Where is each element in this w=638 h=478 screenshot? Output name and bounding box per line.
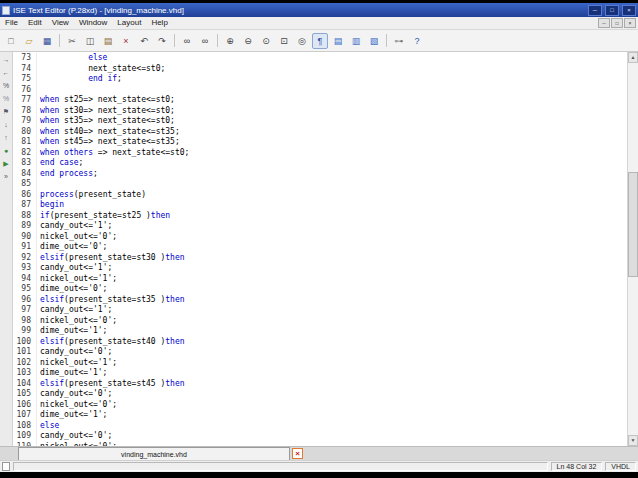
mdi-restore-button[interactable]: □ [611, 18, 623, 28]
find-button[interactable]: ∞ [179, 33, 195, 49]
line-number: 86 [13, 190, 37, 201]
goto-line-icon[interactable]: » [1, 172, 12, 182]
code-text[interactable]: dime_out<='1'; [37, 368, 107, 379]
delete-button[interactable]: × [118, 33, 134, 49]
preferences-button[interactable]: ⊶ [391, 33, 407, 49]
outdent-icon[interactable]: ← [1, 68, 12, 78]
next-bookmark-icon[interactable]: ↓ [1, 120, 12, 130]
code-text[interactable]: when others => next_state<=st0; [37, 148, 189, 159]
zoom-out-button[interactable]: ⊖ [240, 33, 256, 49]
copy-button[interactable]: ◫ [82, 33, 98, 49]
code-text[interactable]: else [37, 421, 59, 432]
code-line: 97candy_out<='1'; [13, 305, 627, 316]
save-file-button[interactable]: ▦ [39, 33, 55, 49]
code-text[interactable]: candy_out<='1'; [37, 263, 112, 274]
scrollbar-thumb[interactable] [628, 172, 638, 277]
code-text[interactable]: elsif(present_state=st45 )then [37, 379, 185, 390]
code-text[interactable]: end if; [37, 74, 122, 85]
code-text[interactable]: nickel_out<='1'; [37, 274, 117, 285]
code-text[interactable]: candy_out<='0'; [37, 389, 112, 400]
close-button[interactable]: × [622, 5, 636, 16]
comment-icon[interactable]: % [1, 81, 12, 91]
menu-help[interactable]: Help [146, 17, 172, 29]
code-text[interactable]: process(present_state) [37, 190, 146, 201]
code-text[interactable]: candy_out<='1'; [37, 221, 112, 232]
scroll-down-icon[interactable]: ▼ [628, 435, 638, 446]
code-line: 96elsif(present_state=st35 )then [13, 295, 627, 306]
code-text[interactable]: begin [37, 200, 64, 211]
code-text[interactable]: when st30=> next_state<=st0; [37, 106, 175, 117]
indent-icon[interactable]: → [1, 55, 12, 65]
code-text[interactable]: candy_out<='0'; [37, 431, 112, 442]
code-text[interactable]: nickel_out<='0'; [37, 400, 117, 411]
previous-bookmark-icon[interactable]: ↑ [1, 133, 12, 143]
code-text[interactable]: else [37, 53, 107, 64]
code-text[interactable]: nickel_out<='0'; [37, 316, 117, 327]
code-text[interactable]: when st25=> next_state<=st0; [37, 95, 175, 106]
code-text[interactable]: if(present_state=st25 )then [37, 211, 170, 222]
vertical-scrollbar[interactable]: ▲ ▼ [627, 52, 638, 446]
cut-button[interactable]: ✂ [64, 33, 80, 49]
help-button[interactable]: ? [409, 33, 425, 49]
record-macro-icon[interactable]: ● [1, 146, 12, 156]
tile-vertical-button[interactable]: ▥ [348, 33, 364, 49]
code-text[interactable]: dime_out<='1'; [37, 326, 107, 337]
code-line: 85 [13, 179, 627, 190]
mdi-minimize-button[interactable]: ─ [598, 18, 610, 28]
code-text[interactable]: dime_out<='0'; [37, 284, 107, 295]
code-text[interactable] [37, 85, 40, 96]
code-text[interactable]: end case; [37, 158, 83, 169]
code-text[interactable]: elsif(present_state=st30 )then [37, 253, 185, 264]
zoom-selection-button[interactable]: ◎ [294, 33, 310, 49]
line-number: 77 [13, 95, 37, 106]
code-text[interactable]: when st35=> next_state<=st0; [37, 116, 175, 127]
code-text[interactable]: dime_out<='1'; [37, 410, 107, 421]
code-text[interactable]: when st40=> next_state<=st35; [37, 127, 180, 138]
line-number: 109 [13, 431, 37, 442]
code-text[interactable]: when st45=> next_state<=st35; [37, 137, 180, 148]
code-text[interactable]: candy_out<='0'; [37, 347, 112, 358]
toggle-whitespace-button[interactable]: ¶ [312, 33, 328, 49]
menu-view[interactable]: View [47, 17, 74, 29]
new-file-button[interactable]: □ [3, 33, 19, 49]
tab-vinding-machine[interactable]: vinding_machine.vhd [18, 447, 290, 460]
code-text[interactable]: elsif(present_state=st40 )then [37, 337, 185, 348]
code-text[interactable]: next_state<=st0; [37, 64, 165, 75]
code-line: 74 next_state<=st0; [13, 64, 627, 75]
play-macro-icon[interactable]: ▶ [1, 159, 12, 169]
code-text[interactable]: candy_out<='1'; [37, 305, 112, 316]
minimize-button[interactable]: ─ [588, 5, 602, 16]
scroll-up-icon[interactable]: ▲ [628, 52, 638, 63]
menu-layout[interactable]: Layout [112, 17, 146, 29]
zoom-full-button[interactable]: ⊙ [258, 33, 274, 49]
zoom-in-button[interactable]: ⊕ [222, 33, 238, 49]
open-file-button[interactable]: ▱ [21, 33, 37, 49]
tile-horizontal-button[interactable]: ▤ [330, 33, 346, 49]
menu-edit[interactable]: Edit [23, 17, 47, 29]
copy-icon: ◫ [86, 36, 95, 46]
toolbar-divider [59, 34, 60, 47]
zoom-box-button[interactable]: ⊡ [276, 33, 292, 49]
undo-button[interactable]: ↶ [136, 33, 152, 49]
cut-icon: ✂ [68, 36, 76, 46]
paste-button[interactable]: ▤ [100, 33, 116, 49]
code-text[interactable]: nickel_out<='1'; [37, 358, 117, 369]
menu-window[interactable]: Window [74, 17, 112, 29]
code-text[interactable]: end process; [37, 169, 98, 180]
code-text[interactable]: elsif(present_state=st35 )then [37, 295, 185, 306]
toggle-whitespace-icon: ¶ [318, 36, 323, 46]
code-text[interactable]: dime_out<='0'; [37, 242, 107, 253]
mdi-close-button[interactable]: × [624, 18, 636, 28]
code-editor[interactable]: 73 else74 next_state<=st0;75 end if;7677… [13, 52, 627, 446]
uncomment-icon[interactable]: % [1, 94, 12, 104]
find-next-button[interactable]: ∞ [197, 33, 213, 49]
menu-file[interactable]: File [0, 17, 23, 29]
code-text[interactable] [37, 179, 40, 190]
tab-close-icon[interactable]: × [292, 448, 303, 459]
code-text[interactable]: nickel_out<='0'; [37, 232, 117, 243]
toggle-bookmark-icon[interactable]: ⚑ [1, 107, 12, 117]
line-number: 100 [13, 337, 37, 348]
maximize-button[interactable]: □ [605, 5, 619, 16]
cascade-windows-button[interactable]: ▧ [366, 33, 382, 49]
redo-button[interactable]: ↷ [154, 33, 170, 49]
